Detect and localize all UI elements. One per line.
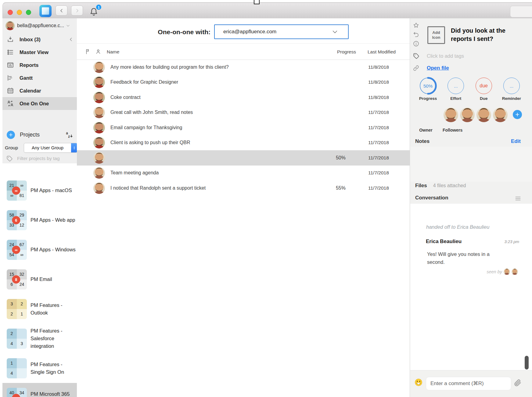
project-quadrant-badge: 24 67 54 ∞ ∞ [7,240,27,260]
follower-avatar[interactable] [476,107,491,122]
follower-avatar[interactable] [493,107,508,122]
task-name: Client is asking to push up their QBR [110,140,190,145]
account-switcher[interactable]: bella@appfluence.c... [2,19,77,32]
sidebar-nav-item[interactable]: Gantt [2,71,77,84]
table-row[interactable]: Feedback for Graphic Designer 11/8/2018 [77,75,410,90]
star-icon[interactable] [413,22,419,29]
follower-avatar[interactable] [460,107,475,122]
emoji-button[interactable] [414,378,423,387]
row-owner-avatar [93,137,105,148]
table-row[interactable]: I noticed that Randolph sent a support t… [77,180,410,196]
project-name: PM Apps - Web app [31,216,77,224]
sidebar-nav-label: Master View [20,49,49,55]
zoom-window-button[interactable] [26,10,31,15]
column-last-modified[interactable]: Last Modified [368,49,396,55]
table-row[interactable]: Client is asking to push up their QBR 11… [77,135,410,151]
add-follower-button[interactable] [513,110,522,119]
add-icon-button[interactable]: Add Icon [427,26,445,44]
back-button[interactable] [56,5,67,16]
one-on-one-view: One-on-one with: erica@appfluence.com Na… [77,18,410,397]
chevron-down-icon [332,28,338,35]
row-owner-avatar [93,167,105,179]
sidebar-nav-item[interactable]: Master View [2,46,77,59]
group-label: Group [5,145,18,151]
notes-area[interactable] [410,147,532,182]
project-item[interactable]: 15 32 6 24 8 PM Email [2,264,77,294]
forward-button[interactable] [71,5,83,16]
files-row[interactable]: Files 4 files attached [415,183,466,189]
paperclip-icon[interactable] [514,379,522,387]
column-progress[interactable]: Progress [337,49,356,55]
table-header: Name Progress Last Modified [77,44,410,60]
message-time: 3:23 pm [504,239,519,244]
table-row[interactable]: Any more ideas for building out program … [77,60,410,75]
edit-notes-link[interactable]: Edit [511,138,521,144]
sidebar-nav-item[interactable]: Inbox (3) [2,33,77,46]
sort-az-icon[interactable]: az [65,131,73,139]
project-name: PM Apps - Windows [31,246,77,253]
sidebar-nav-label: Inbox (3) [20,37,41,42]
plus-icon [515,112,520,117]
undo-icon[interactable] [413,31,419,38]
open-file-link[interactable]: Open file [427,65,449,71]
project-quadrant-badge: 21 ∞ ∞ 81 ∞ [7,180,27,201]
phone-icon [82,109,89,116]
table-row[interactable]: Team meeting agenda 11/7/2018 [77,166,410,181]
tag-icon [6,155,13,162]
seen-by-avatar [512,268,518,275]
filter-projects-input[interactable]: Filter projects by tag [2,154,77,163]
table-row[interactable]: 50% 11/7/2018 [77,150,410,166]
project-quadrant-badge: 40 34 23 40 ∞ [7,388,27,397]
add-project-button[interactable] [7,131,15,139]
item-title[interactable]: Did you look at the reports I sent? [451,27,514,43]
open-file-row: Open file [413,65,449,71]
filter-placeholder: Filter projects by tag [17,156,60,161]
notifications-button[interactable]: 1 [89,5,101,17]
metric-badge[interactable]: ... Reminder [502,78,521,101]
project-item[interactable]: 3 2 2 1 PM Features - Outlook [2,294,77,324]
project-name: PM Features - Salesforce integration [31,327,77,350]
chevleft-icon[interactable] [68,37,74,42]
row-type-icon [82,109,91,116]
metric-badge[interactable]: due Due [474,78,493,101]
toolbar-right-button[interactable] [510,6,532,17]
partner-select[interactable]: erica@appfluence.com [214,24,349,39]
project-name: PM Features - Single Sign On [31,361,77,376]
flag-column-icon[interactable] [85,49,91,55]
owner-column-icon[interactable] [95,49,101,55]
project-item[interactable]: 2 4 3 PM Features - Salesforce integrati… [2,324,77,353]
scrollbar-thumb[interactable] [525,356,529,370]
group-select[interactable]: Any User Group [24,143,77,153]
table-row[interactable]: Email campaign for Thanksgiving 11/7/201… [77,120,410,135]
column-name[interactable]: Name [107,49,119,55]
add-tags-field[interactable]: Click to add tags [413,53,464,59]
table-row[interactable]: Great call with John Smith, read notes 1… [77,105,410,120]
one-on-one-label: One-on-one with: [131,28,210,36]
info-icon[interactable] [413,40,419,47]
project-alert-badge: 8 [12,275,20,283]
project-quadrant-badge: 15 32 6 24 8 [7,269,27,290]
project-item[interactable]: 40 34 23 40 ∞ PM Microsoft 365 Integrati… [2,383,77,397]
task-date: 11/7/2018 [368,140,389,145]
task-date: 11/8/2018 [368,79,389,85]
project-item[interactable]: 21 ∞ ∞ 81 ∞ PM Apps - macOS [2,176,77,205]
sidebar-nav-label: Reports [20,62,38,68]
metric-badge[interactable]: 50% Progress [419,78,437,101]
menu-icon[interactable] [514,195,522,202]
project-item[interactable]: 24 67 54 ∞ ∞ PM Apps - Windows [2,235,77,264]
task-date: 11/8/2018 [368,95,389,100]
sidebar-nav-item[interactable]: Reports [2,59,77,71]
follower-avatar[interactable] [444,107,458,122]
plus-icon [9,133,13,137]
project-name: PM Email [31,275,77,283]
comment-input[interactable] [426,377,511,390]
project-item[interactable]: 58 29 33 12 6 PM Apps - Web app [2,205,77,235]
sidebar-nav-item[interactable]: One On One [2,97,77,110]
project-item[interactable]: 1 4 PM Features - Single Sign On [2,353,77,383]
metric-badge[interactable]: ... Effort [446,78,465,101]
table-row[interactable]: Coke contract 11/8/2018 [77,90,410,105]
close-window-button[interactable] [8,10,13,15]
minimize-window-button[interactable] [17,10,22,15]
sidebar-nav-item[interactable]: Calendar [2,84,77,97]
item-detail-panel: Add Icon Did you look at the reports I s… [410,18,532,397]
